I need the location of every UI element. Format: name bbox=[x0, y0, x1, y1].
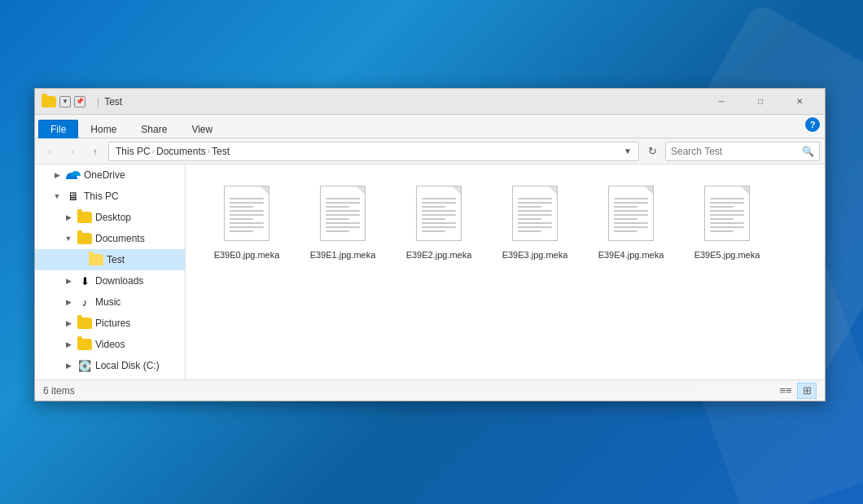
file-lines-0 bbox=[230, 198, 264, 232]
sidebar-item-onedrive[interactable]: ▶ OneDrive bbox=[35, 164, 185, 186]
file-icon-1 bbox=[317, 184, 369, 244]
path-segment-0[interactable]: This PC bbox=[116, 146, 151, 157]
sidebar-label-videos: Videos bbox=[95, 339, 180, 350]
file-line bbox=[230, 218, 253, 220]
up-button[interactable]: ↑ bbox=[85, 142, 105, 161]
sidebar-item-videos[interactable]: ▶ Videos bbox=[35, 334, 185, 355]
expand-arrow-music: ▶ bbox=[63, 296, 74, 308]
file-line bbox=[230, 198, 264, 199]
file-name-2: E39E2.jpg.meka bbox=[406, 249, 472, 261]
expand-arrow-onedrive: ▶ bbox=[51, 169, 63, 181]
icon-view-button[interactable]: ⊞ bbox=[797, 383, 817, 399]
file-icon-4 bbox=[605, 184, 657, 244]
sidebar-label-downloads: Downloads bbox=[95, 275, 180, 287]
refresh-button[interactable]: ↻ bbox=[642, 142, 662, 161]
file-item[interactable]: E39E1.jpg.meka bbox=[298, 177, 388, 267]
file-lines-2 bbox=[422, 198, 456, 232]
file-line bbox=[518, 218, 541, 220]
file-line bbox=[230, 214, 264, 216]
ribbon-tabs: File Home Share View ? bbox=[35, 115, 825, 138]
search-box[interactable]: 🔍 bbox=[665, 142, 820, 161]
close-button[interactable]: ✕ bbox=[781, 89, 818, 115]
documents-icon bbox=[77, 232, 92, 245]
file-lines-4 bbox=[614, 198, 648, 232]
title-arrow-icon: ▼ bbox=[59, 96, 71, 107]
sidebar-item-downloads[interactable]: ▶ ⬇ Downloads bbox=[35, 270, 185, 291]
window-controls: ─ □ ✕ bbox=[703, 89, 818, 115]
file-line bbox=[518, 210, 552, 212]
file-line bbox=[710, 214, 744, 216]
file-item[interactable]: E39E3.jpg.meka bbox=[490, 177, 580, 267]
file-line bbox=[422, 214, 456, 216]
title-folder-icon bbox=[42, 96, 56, 107]
expand-arrow-local-disk: ▶ bbox=[63, 360, 74, 371]
path-segment-2[interactable]: Test bbox=[212, 146, 230, 157]
file-line bbox=[518, 202, 552, 204]
file-lines-3 bbox=[518, 198, 552, 232]
tab-file[interactable]: File bbox=[38, 120, 78, 138]
title-separator: | bbox=[97, 96, 99, 107]
file-line bbox=[326, 218, 349, 220]
downloads-icon: ⬇ bbox=[77, 274, 92, 287]
file-line bbox=[614, 230, 637, 232]
file-page-2 bbox=[416, 186, 462, 241]
path-dropdown-arrow[interactable]: ▼ bbox=[624, 147, 632, 156]
file-item[interactable]: E39E5.jpg.meka bbox=[682, 177, 772, 267]
file-line bbox=[614, 222, 648, 224]
file-icon-3 bbox=[509, 184, 561, 244]
onedrive-icon bbox=[66, 169, 81, 182]
sidebar-label-music: Music bbox=[95, 296, 180, 308]
file-name-5: E39E5.jpg.meka bbox=[694, 249, 760, 261]
path-segment-1[interactable]: Documents bbox=[156, 146, 206, 157]
file-line bbox=[710, 226, 744, 228]
file-page-4 bbox=[608, 186, 654, 241]
sidebar-item-local-disk[interactable]: ▶ 💽 Local Disk (C:) bbox=[35, 355, 185, 376]
file-icon-0 bbox=[221, 184, 273, 244]
file-line bbox=[422, 218, 445, 220]
maximize-button[interactable]: □ bbox=[742, 89, 779, 115]
back-button[interactable]: ‹ bbox=[40, 142, 59, 161]
window-title: Test bbox=[104, 96, 703, 107]
icon-view-icon: ⊞ bbox=[803, 384, 812, 397]
sidebar-item-documents[interactable]: ▼ Documents bbox=[35, 228, 185, 249]
search-input[interactable] bbox=[671, 146, 802, 157]
sidebar-item-pictures[interactable]: ▶ Pictures bbox=[35, 313, 185, 334]
file-line bbox=[230, 202, 264, 204]
tab-view[interactable]: View bbox=[179, 120, 225, 138]
expand-arrow-documents: ▼ bbox=[63, 233, 74, 244]
tab-home[interactable]: Home bbox=[78, 120, 129, 138]
file-item[interactable]: E39E0.jpg.meka bbox=[202, 177, 291, 267]
sidebar-item-desktop[interactable]: ▶ Desktop bbox=[35, 207, 185, 228]
list-view-button[interactable]: ≡≡ bbox=[776, 383, 795, 399]
help-button[interactable]: ? bbox=[805, 117, 820, 132]
file-icon-5 bbox=[701, 184, 753, 244]
sidebar: ▶ OneDrive ▼ 🖥 This PC ▶ Deskto bbox=[35, 164, 186, 379]
forward-button[interactable]: › bbox=[63, 142, 82, 161]
view-buttons: ≡≡ ⊞ bbox=[776, 383, 817, 399]
expand-arrow-desktop: ▶ bbox=[63, 212, 74, 223]
title-pin-icon: 📌 bbox=[74, 96, 85, 107]
sidebar-label-this-pc: This PC bbox=[84, 191, 180, 202]
file-line bbox=[710, 210, 744, 212]
tab-share[interactable]: Share bbox=[129, 120, 179, 138]
file-line bbox=[518, 226, 552, 228]
file-line bbox=[614, 206, 637, 208]
file-item[interactable]: E39E2.jpg.meka bbox=[394, 177, 484, 267]
local-disk-icon: 💽 bbox=[77, 359, 92, 372]
sidebar-item-music[interactable]: ▶ ♪ Music bbox=[35, 291, 185, 313]
file-page-5 bbox=[704, 186, 750, 241]
file-line bbox=[230, 230, 253, 232]
file-name-0: E39E0.jpg.meka bbox=[214, 249, 280, 261]
videos-icon bbox=[77, 338, 92, 351]
file-item[interactable]: E39E4.jpg.meka bbox=[586, 177, 676, 267]
file-line bbox=[326, 230, 349, 232]
file-page-1 bbox=[320, 186, 366, 241]
file-line bbox=[710, 206, 734, 208]
sidebar-item-test[interactable]: ▶ Test bbox=[35, 249, 185, 270]
minimize-button[interactable]: ─ bbox=[703, 89, 740, 115]
path-chevron-0: › bbox=[152, 147, 155, 156]
search-icon[interactable]: 🔍 bbox=[802, 146, 814, 157]
sidebar-item-this-pc[interactable]: ▼ 🖥 This PC bbox=[35, 186, 185, 207]
expand-arrow-videos: ▶ bbox=[63, 339, 74, 350]
address-path[interactable]: This PC › Documents › Test ▼ bbox=[108, 142, 639, 161]
